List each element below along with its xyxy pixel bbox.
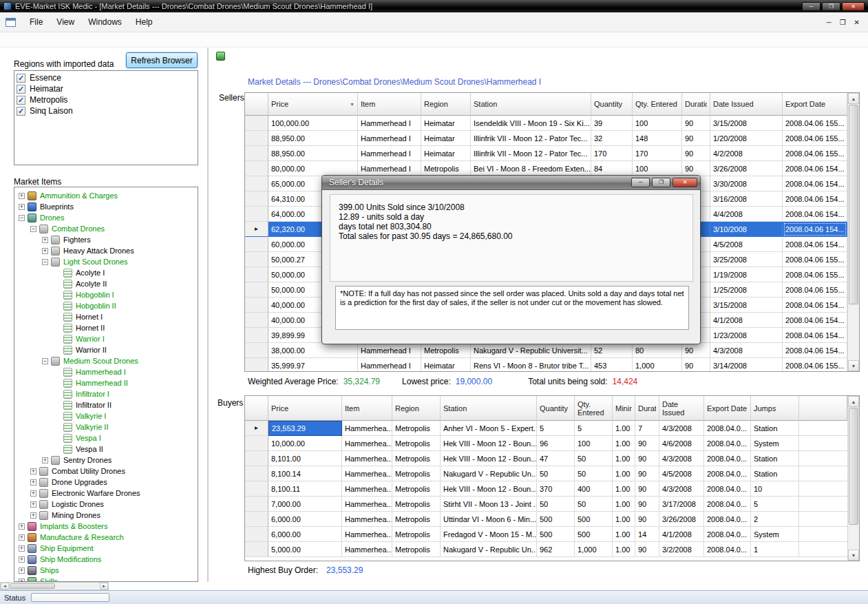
cell-region[interactable]: Metropolis — [392, 497, 441, 512]
cell-duration[interactable]: 90 — [682, 131, 710, 146]
cell-min[interactable]: 1.00 — [613, 542, 635, 557]
cell-qty_entered[interactable]: 1,000 — [575, 542, 613, 557]
cell-date_issued[interactable]: 1/23/2008 — [710, 328, 783, 343]
cell-item[interactable]: Hammerhea... — [342, 436, 392, 451]
cell-station[interactable]: Hek VIII - Moon 12 - Boun... — [441, 436, 537, 451]
tree-item-vespa-i[interactable]: Vespa I — [14, 433, 198, 444]
row-selector[interactable] — [245, 161, 268, 176]
cell-date_issued[interactable]: 3/25/2008 — [710, 252, 783, 267]
tree-item-acolyte-i[interactable]: Acolyte I — [14, 267, 198, 278]
row-selector[interactable] — [245, 237, 268, 252]
cell-item[interactable]: Hammerhea... — [342, 497, 392, 512]
cell-station[interactable]: Bei VI - Moon 8 - Freedom Exten... — [471, 161, 591, 176]
cell-qty_entered[interactable]: 500 — [575, 527, 613, 542]
tree-item-infiltrator-i[interactable]: Infiltrator I — [14, 388, 198, 399]
cell-export_date[interactable]: 2008.04.06 154... — [783, 343, 847, 358]
scroll-right-icon[interactable]: ► — [100, 583, 108, 590]
expand-icon[interactable]: + — [30, 501, 36, 508]
tree-item-hobgoblin-i[interactable]: Hobgoblin I — [14, 289, 198, 300]
cell-export_date[interactable]: 2008.04.06 154... — [783, 222, 847, 237]
cell-qty[interactable]: 96 — [537, 436, 575, 451]
cell-date_issued[interactable]: 1/20/2008 — [710, 131, 783, 146]
row-selector[interactable] — [245, 481, 268, 497]
tree-item-fighters[interactable]: +Fighters — [14, 234, 198, 245]
cell-min[interactable]: 1.00 — [613, 466, 635, 481]
buyers-row[interactable]: ►23,553.29Hammerhea...MetropolisAnher VI… — [245, 421, 859, 436]
cell-qty[interactable]: 500 — [537, 527, 575, 542]
cell-region[interactable]: Heimatar — [421, 358, 471, 372]
cell-price[interactable]: 88,950.00 — [268, 146, 358, 161]
row-selector[interactable] — [245, 466, 268, 481]
cell-station[interactable]: Rens VI - Moon 8 - Brutor tribe T... — [471, 358, 591, 372]
cell-export_date[interactable]: 2008.04.06 154... — [783, 237, 847, 252]
cell-export_date[interactable]: 2008.04.0... — [704, 466, 751, 481]
tree-item-mining-drones[interactable]: +Mining Drones — [14, 510, 198, 521]
buyers-row[interactable]: 7,000.00Hammerhea...MetropolisStirht VII… — [245, 497, 859, 512]
cell-region[interactable]: Heimatar — [421, 116, 471, 131]
cell-jumps[interactable]: Station — [751, 466, 799, 481]
cell-export_date[interactable]: 2008.04.06 155... — [783, 131, 847, 146]
cell-item[interactable]: Hammerhead I — [358, 161, 421, 176]
column-header-date-issued[interactable]: Date Issued — [659, 396, 704, 421]
cell-price[interactable]: 7,000.00 — [268, 497, 342, 512]
row-selector[interactable] — [245, 436, 268, 451]
cell-qty[interactable]: 5 — [537, 421, 575, 436]
row-selector[interactable] — [245, 451, 268, 466]
tree-item-ship-equipment[interactable]: +Ship Equipment — [14, 543, 198, 554]
cell-date_issued[interactable]: 3/2/2008 — [659, 542, 704, 557]
cell-station[interactable]: Nakugard V - Republic Un... — [441, 466, 537, 481]
cell-region[interactable]: Metropolis — [421, 161, 471, 176]
horizontal-scrollbar[interactable]: ◄ ► — [0, 582, 109, 590]
cell-date_issued[interactable]: 4/1/2008 — [659, 527, 704, 542]
horizontal-scrollbar-thumb[interactable] — [10, 583, 55, 589]
cell-station[interactable]: Isendeldik VIII - Moon 19 - Six Ki... — [471, 116, 591, 131]
cell-dur[interactable]: 90 — [635, 512, 659, 527]
cell-jumps[interactable]: System — [751, 527, 799, 542]
tree-item-hammerhead-ii[interactable]: Hammerhead II — [14, 377, 198, 388]
row-selector[interactable]: ► — [245, 222, 268, 237]
dialog-close-button[interactable]: ✕ — [673, 178, 697, 187]
cell-region[interactable]: Metropolis — [392, 527, 441, 542]
cell-station[interactable]: Illinfrik VII - Moon 12 - Pator Tec... — [471, 131, 591, 146]
collapse-icon[interactable]: − — [42, 259, 48, 265]
tree-item-valkyrie-ii[interactable]: Valkyrie II — [14, 421, 198, 433]
cell-export_date[interactable]: 2008.04.06 154... — [783, 328, 847, 343]
column-header-export-date[interactable]: Export Date — [783, 93, 847, 116]
cell-dur[interactable]: 90 — [635, 451, 659, 466]
cell-price[interactable]: 10,000.00 — [268, 436, 342, 451]
column-header-price[interactable]: Price — [268, 396, 342, 421]
cell-export_date[interactable]: 2008.04.06 155... — [783, 267, 847, 282]
cell-region[interactable]: Metropolis — [421, 343, 471, 358]
cell-item[interactable]: Hammerhea... — [342, 451, 392, 466]
cell-qty_entered[interactable]: 400 — [575, 481, 613, 497]
cell-export_date[interactable]: 2008.04.06 155... — [783, 282, 847, 298]
tree-item-hobgoblin-ii[interactable]: Hobgoblin II — [14, 300, 198, 311]
tree-item-warrior-i[interactable]: Warrior I — [14, 333, 198, 344]
tree-item-combat-drones[interactable]: −Combat Drones — [14, 223, 198, 234]
cell-qty[interactable]: 50 — [537, 466, 575, 481]
cell-min[interactable]: 1.00 — [613, 481, 635, 497]
cell-date_issued[interactable]: 4/1/2008 — [710, 313, 783, 328]
cell-qty[interactable]: 50 — [537, 497, 575, 512]
cell-qty_entered[interactable]: 1,000 — [633, 358, 682, 372]
row-selector[interactable]: ► — [245, 421, 268, 436]
row-selector[interactable] — [245, 116, 268, 131]
cell-region[interactable]: Metropolis — [392, 421, 441, 436]
row-selector[interactable] — [245, 282, 268, 298]
scroll-left-icon[interactable]: ◄ — [1, 583, 9, 590]
tree-item-medium-scout-drones[interactable]: −Medium Scout Drones — [14, 355, 198, 366]
buyers-row[interactable]: 5,000.00Hammerhea...MetropolisNakugard V… — [245, 542, 859, 557]
cell-dur[interactable]: 90 — [635, 481, 659, 497]
row-selector[interactable] — [245, 267, 268, 282]
collapse-icon[interactable]: − — [19, 215, 25, 221]
cell-date_issued[interactable]: 4/4/2008 — [710, 207, 783, 222]
cell-export_date[interactable]: 2008.04.06 154... — [783, 176, 847, 191]
cell-item[interactable]: Hammerhead I — [358, 131, 421, 146]
cell-date_issued[interactable]: 4/5/2008 — [659, 466, 704, 481]
menu-view[interactable]: View — [50, 14, 81, 30]
region-item-essence[interactable]: ✓Essence — [14, 72, 198, 83]
cell-price[interactable]: 23,553.29 — [268, 421, 342, 436]
checkbox-icon[interactable]: ✓ — [17, 96, 25, 105]
cell-qty_entered[interactable]: 500 — [575, 512, 613, 527]
cell-qty[interactable]: 962 — [537, 542, 575, 557]
